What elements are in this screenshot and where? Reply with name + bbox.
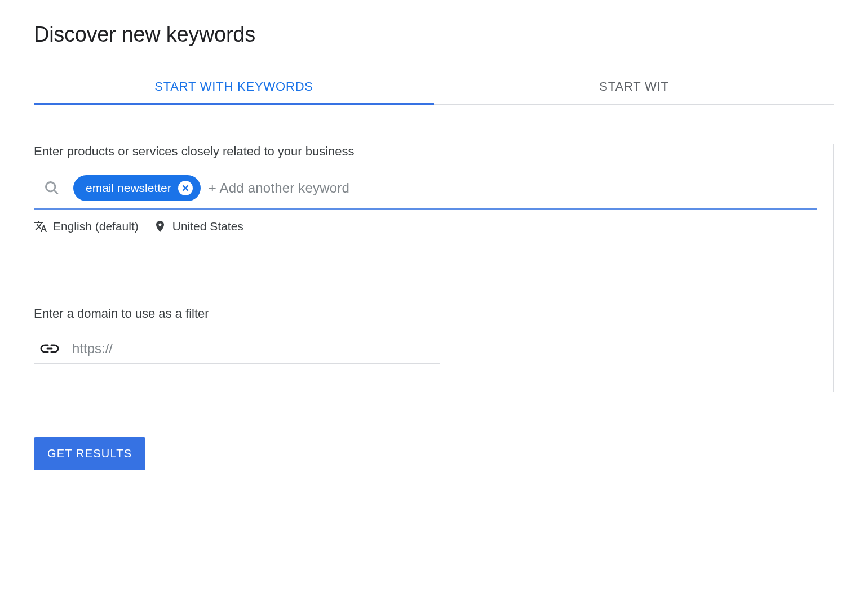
get-results-button[interactable]: GET RESULTS [34,437,145,470]
right-divider [833,144,834,392]
chip-remove-button[interactable] [178,181,193,195]
location-icon [153,220,167,233]
svg-point-0 [46,182,55,191]
domain-input[interactable] [72,341,440,357]
chip-label: email newsletter [86,181,171,195]
tab-keywords[interactable]: START WITH KEYWORDS [34,69,434,104]
page-title: Discover new keywords [34,23,834,47]
domain-input-row [34,335,440,364]
keyword-input-row[interactable]: email newsletter + Add another keyword [34,173,817,210]
tab-website[interactable]: START WIT [434,69,834,104]
location-label: United States [172,220,243,233]
language-selector[interactable]: English (default) [34,220,139,233]
link-icon [39,342,60,355]
search-icon [44,180,60,196]
language-label: English (default) [53,220,139,233]
add-keyword-placeholder[interactable]: + Add another keyword [209,180,349,196]
svg-line-1 [54,190,58,194]
location-selector[interactable]: United States [153,220,243,233]
keyword-chip: email newsletter [73,175,201,201]
keyword-section-label: Enter products or services closely relat… [34,144,817,159]
translate-icon [34,220,47,233]
tabs-container: START WITH KEYWORDS START WIT [34,69,834,105]
meta-row: English (default) United States [34,220,817,233]
domain-section-label: Enter a domain to use as a filter [34,306,817,321]
